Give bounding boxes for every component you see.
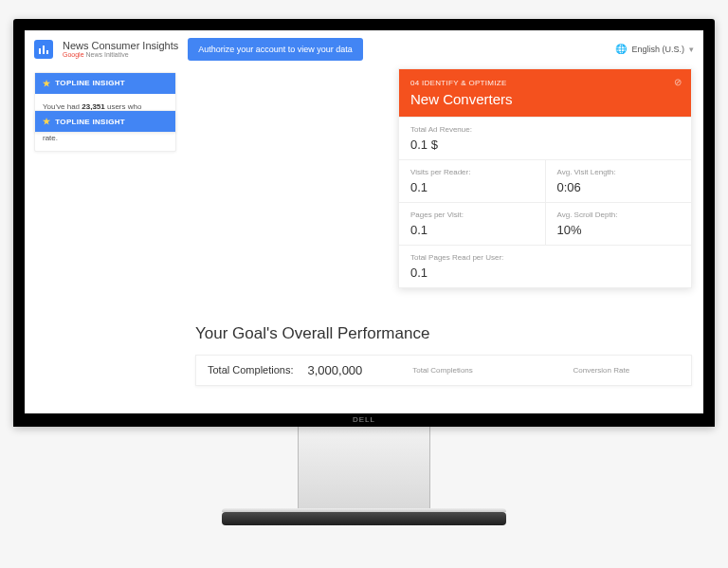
monitor-bezel: News Consumer Insights Google News Initi… [13,19,715,427]
app-screen: News Consumer Insights Google News Initi… [25,30,703,415]
monitor-brand-strip: DELL [13,413,715,427]
logo-icon [34,40,53,59]
insight-header: ★ TOPLINE INSIGHT [35,111,175,132]
converters-step: 04 IDENTIFY & OPTIMIZE [410,79,680,87]
monitor-brand: DELL [353,415,375,424]
metric-total-ad-revenue: Total Ad Revenue: 0.1 $ [399,118,691,159]
perf-col-conversion: Conversion Rate [573,366,630,375]
monitor-stand-base [222,512,506,525]
monitor-stand-neck [298,427,430,512]
metric-visits-per-reader: Visits per Reader: 0.1 [399,160,546,202]
performance-section: Your Goal's Overall Performance Total Co… [195,324,692,386]
top-bar: News Consumer Insights Google News Initi… [25,30,703,68]
chevron-down-icon: ▾ [689,45,694,54]
svg-rect-0 [39,48,41,54]
converters-title: New Converters [410,91,680,107]
svg-rect-2 [46,50,48,54]
new-converters-card: 04 IDENTIFY & OPTIMIZE New Converters ⊘ … [398,68,692,288]
insight-label: TOPLINE INSIGHT [55,118,125,126]
performance-card: Total Completions: 3,000,000 Total Compl… [195,355,692,386]
star-icon: ★ [43,117,50,126]
metric-pages-per-visit: Pages per Visit: 0.1 [399,203,546,245]
brand-block: News Consumer Insights Google News Initi… [63,40,178,59]
brand-title: News Consumer Insights [63,40,178,51]
language-selector[interactable]: 🌐 English (U.S.) ▾ [615,44,694,54]
perf-total-value: 3,000,000 [308,363,363,377]
perf-total-label: Total Completions: [208,364,294,376]
svg-rect-1 [43,46,45,54]
converters-header: 04 IDENTIFY & OPTIMIZE New Converters ⊘ [399,69,691,117]
authorize-button[interactable]: Authorize your account to view your data [188,38,363,61]
globe-icon: 🌐 [615,44,627,54]
close-icon[interactable]: ⊘ [674,77,682,87]
star-icon: ★ [43,79,50,88]
topline-insight-card-bottom: ★ TOPLINE INSIGHT [34,110,176,133]
performance-title: Your Goal's Overall Performance [195,324,692,343]
brand-subtitle: Google News Initiative [63,51,178,59]
insight-label: TOPLINE INSIGHT [55,79,125,87]
content-area: ★ TOPLINE INSIGHT You've had 23,351 user… [25,68,703,153]
metric-avg-visit-length: Avg. Visit Length: 0:06 [546,160,692,202]
language-label: English (U.S.) [631,45,684,54]
perf-col-completions: Total Completions [412,366,473,375]
metric-avg-scroll-depth: Avg. Scroll Depth: 10% [546,203,692,245]
insight-header: ★ TOPLINE INSIGHT [35,73,175,94]
metric-total-pages-per-user: Total Pages Read per User: 0.1 [399,246,691,287]
